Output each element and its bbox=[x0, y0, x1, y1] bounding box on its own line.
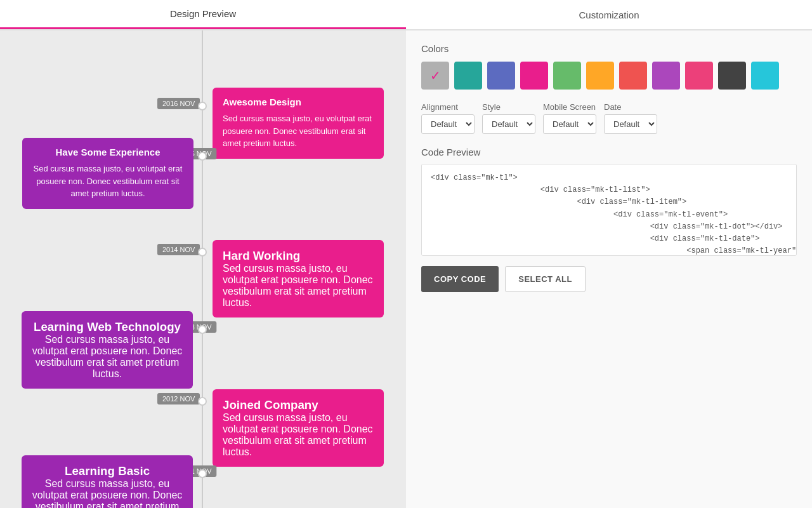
style-group: Style Default bbox=[482, 102, 535, 134]
card-left-4: Learning Web Technology Sed cursus massa… bbox=[22, 311, 193, 389]
color-swatches: ✓ bbox=[421, 62, 797, 90]
alignment-group: Alignment Default bbox=[421, 102, 475, 134]
buttons-row: COPY CODE SELECT ALL bbox=[421, 266, 797, 292]
date-label: Date bbox=[604, 102, 657, 112]
timeline-dot-1 bbox=[198, 102, 207, 110]
swatch-purple[interactable] bbox=[652, 62, 680, 90]
card-body-3: Sed cursus massa justo, eu volutpat erat… bbox=[223, 263, 374, 309]
timeline-dot-3 bbox=[198, 248, 207, 257]
card-body-4: Sed cursus massa justo, eu volutpat erat… bbox=[32, 334, 183, 380]
swatch-pink[interactable] bbox=[520, 62, 548, 90]
swatch-dark[interactable] bbox=[718, 62, 746, 90]
swatch-yellow[interactable] bbox=[586, 62, 614, 90]
swatch-cyan[interactable] bbox=[751, 62, 779, 90]
card-title-4: Learning Web Technology bbox=[32, 320, 183, 334]
timeline-dot-6 bbox=[198, 469, 207, 478]
colors-section-title: Colors bbox=[421, 43, 797, 54]
main-layout: 2016 NOV Awesome Design Sed cursus massa… bbox=[0, 30, 812, 508]
date-badge-1: 2016 NOV bbox=[157, 98, 200, 109]
select-all-button[interactable]: SELECT ALL bbox=[505, 266, 586, 292]
mobile-screen-select[interactable]: Default bbox=[543, 114, 596, 134]
card-body-5: Sed cursus massa justo, eu volutpat erat… bbox=[223, 412, 374, 458]
mobile-screen-label: Mobile Screen bbox=[543, 102, 596, 112]
card-title-3: Hard Working bbox=[223, 249, 374, 263]
swatch-green[interactable] bbox=[553, 62, 581, 90]
card-right-5: Joined Company Sed cursus massa justo, e… bbox=[213, 389, 384, 467]
top-nav: Design Preview Customization bbox=[0, 0, 812, 30]
style-select[interactable]: Default bbox=[482, 114, 535, 134]
card-right-1: Awesome Design Sed cursus massa justo, e… bbox=[213, 88, 384, 159]
alignment-select[interactable]: Default bbox=[421, 114, 475, 134]
style-label: Style bbox=[482, 102, 535, 112]
card-left-2: Have Some Experience Sed cursus massa ju… bbox=[22, 138, 193, 209]
tab-design-preview-label: Design Preview bbox=[170, 8, 236, 19]
swatch-teal[interactable] bbox=[454, 62, 482, 90]
card-left-6: Learning Basic Sed cursus massa justo, e… bbox=[22, 455, 193, 508]
card-title-5: Joined Company bbox=[223, 398, 374, 412]
tab-customization-label: Customization bbox=[579, 10, 639, 20]
date-badge-5: 2012 NOV bbox=[157, 393, 200, 404]
card-body-1: Sed cursus massa justo, eu volutpat erat… bbox=[223, 112, 374, 150]
tab-customization[interactable]: Customization bbox=[406, 0, 812, 29]
mobile-screen-group: Mobile Screen Default bbox=[543, 102, 596, 134]
timeline-dot-2 bbox=[198, 152, 207, 161]
timeline-container: 2016 NOV Awesome Design Sed cursus massa… bbox=[0, 30, 406, 508]
alignment-label: Alignment bbox=[421, 102, 475, 112]
copy-code-button[interactable]: COPY CODE bbox=[421, 266, 499, 292]
right-panel: Colors ✓ Alignment Default bbox=[406, 30, 812, 508]
card-right-3: Hard Working Sed cursus massa justo, eu … bbox=[213, 240, 384, 318]
timeline-dot-5 bbox=[198, 397, 207, 406]
date-badge-3: 2014 NOV bbox=[157, 244, 200, 255]
code-preview-title: Code Preview bbox=[421, 147, 797, 157]
swatch-default[interactable]: ✓ bbox=[421, 62, 449, 90]
card-title-2: Have Some Experience bbox=[32, 147, 183, 157]
swatch-hotpink[interactable] bbox=[685, 62, 713, 90]
swatch-orange[interactable] bbox=[619, 62, 647, 90]
timeline-dot-4 bbox=[198, 325, 207, 334]
left-panel: 2016 NOV Awesome Design Sed cursus massa… bbox=[0, 30, 406, 508]
card-title-6: Learning Basic bbox=[32, 464, 183, 478]
code-preview-box[interactable]: <div class="mk-tl"> <div class="mk-tl-li… bbox=[421, 164, 797, 256]
card-body-2: Sed cursus massa justo, eu volutpat erat… bbox=[32, 163, 183, 200]
swatch-blue[interactable] bbox=[487, 62, 515, 90]
date-group: Date Default bbox=[604, 102, 657, 134]
card-body-6: Sed cursus massa justo, eu volutpat erat… bbox=[32, 478, 183, 508]
date-select[interactable]: Default bbox=[604, 114, 657, 134]
card-title-1: Awesome Design bbox=[223, 97, 374, 107]
code-content: <div class="mk-tl"> <div class="mk-tl-li… bbox=[431, 173, 797, 256]
swatch-check-icon: ✓ bbox=[430, 68, 441, 83]
dropdowns-row: Alignment Default Style Default Mobile S… bbox=[421, 102, 797, 134]
tab-design-preview[interactable]: Design Preview bbox=[0, 0, 406, 29]
